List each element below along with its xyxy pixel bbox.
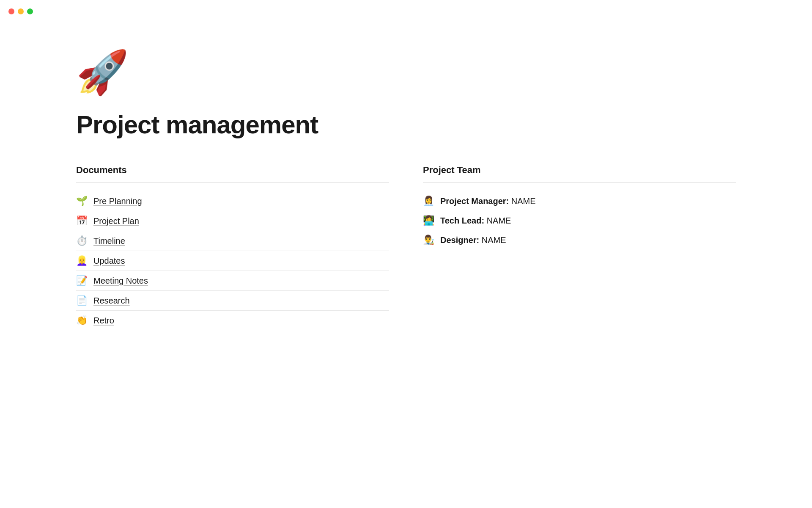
doc-item-label: Pre Planning [93, 196, 142, 206]
team-list-item: 👩‍💼Project Manager: NAME [423, 191, 736, 211]
doc-list-item[interactable]: 🌱Pre Planning [76, 191, 389, 211]
team-list-item: 👨‍🎨Designer: NAME [423, 230, 736, 250]
doc-item-icon: 🌱 [76, 196, 88, 207]
doc-item-icon: ⏱️ [76, 235, 88, 246]
doc-item-label: Timeline [93, 236, 125, 246]
documents-section-title: Documents [76, 165, 389, 176]
doc-list-item[interactable]: ⏱️Timeline [76, 231, 389, 251]
team-list-item: 👩‍💻Tech Lead: NAME [423, 211, 736, 230]
doc-item-icon: 📝 [76, 275, 88, 286]
traffic-light-red[interactable] [8, 8, 14, 14]
traffic-light-yellow[interactable] [18, 8, 24, 14]
doc-item-icon: 📄 [76, 295, 88, 306]
main-content: 🚀 Project management Documents 🌱Pre Plan… [0, 0, 812, 364]
team-item-icon: 👩‍💻 [423, 215, 434, 226]
doc-list-item[interactable]: 📅Project Plan [76, 211, 389, 231]
doc-item-label: Meeting Notes [93, 276, 148, 286]
team-list: 👩‍💼Project Manager: NAME👩‍💻Tech Lead: NA… [423, 191, 736, 250]
doc-item-label: Research [93, 296, 130, 306]
doc-list-item[interactable]: 👱‍♀️Updates [76, 251, 389, 271]
traffic-light-green[interactable] [27, 8, 33, 14]
doc-list-item[interactable]: 📝Meeting Notes [76, 271, 389, 291]
documents-list: 🌱Pre Planning📅Project Plan⏱️Timeline👱‍♀️… [76, 191, 389, 330]
team-item-icon: 👩‍💼 [423, 196, 434, 207]
doc-list-item[interactable]: 👏Retro [76, 311, 389, 330]
doc-item-icon: 👱‍♀️ [76, 255, 88, 266]
columns-container: Documents 🌱Pre Planning📅Project Plan⏱️Ti… [76, 165, 736, 330]
doc-item-icon: 👏 [76, 315, 88, 326]
doc-item-label: Project Plan [93, 216, 139, 226]
team-divider [423, 182, 736, 183]
doc-item-label: Updates [93, 256, 125, 266]
team-item-label: Project Manager: NAME [440, 196, 536, 206]
traffic-lights [8, 8, 33, 14]
page-title: Project management [76, 110, 736, 139]
team-section-title: Project Team [423, 165, 736, 176]
documents-divider [76, 182, 389, 183]
doc-list-item[interactable]: 📄Research [76, 291, 389, 311]
team-item-label: Designer: NAME [440, 235, 506, 245]
team-column: Project Team 👩‍💼Project Manager: NAME👩‍💻… [423, 165, 736, 330]
team-item-label: Tech Lead: NAME [440, 216, 511, 226]
doc-item-icon: 📅 [76, 215, 88, 226]
documents-column: Documents 🌱Pre Planning📅Project Plan⏱️Ti… [76, 165, 389, 330]
doc-item-label: Retro [93, 316, 114, 326]
team-item-icon: 👨‍🎨 [423, 235, 434, 246]
page-icon: 🚀 [76, 51, 736, 93]
